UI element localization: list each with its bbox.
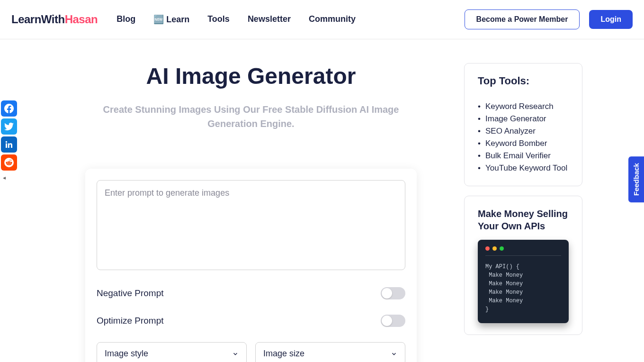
tool-link-bulk-email-verifier[interactable]: Bulk Email Verifier: [485, 150, 569, 162]
dot-yellow-icon: [492, 246, 497, 251]
image-style-label: Image style: [105, 349, 148, 359]
prompt-input[interactable]: [97, 180, 405, 270]
twitter-icon: [4, 122, 14, 131]
optimize-prompt-toggle[interactable]: [381, 315, 405, 327]
logo-part2: Hasan: [65, 13, 98, 26]
nav-learn[interactable]: 🆕 Learn: [153, 14, 189, 25]
image-size-select[interactable]: Image size: [255, 342, 405, 362]
main-container: AI Image Generator Create Stunning Image…: [0, 39, 644, 362]
twitter-share-button[interactable]: [1, 118, 17, 135]
promo-card[interactable]: Make Money Selling Your Own APIs My API(…: [464, 196, 582, 335]
feedback-tab[interactable]: Feedback: [628, 156, 644, 202]
tool-link-keyword-research[interactable]: Keyword Research: [485, 100, 569, 113]
dot-green-icon: [500, 246, 504, 251]
top-tools-list: Keyword Research Image Generator SEO Ana…: [478, 100, 569, 174]
top-tools-title: Top Tools:: [478, 75, 569, 87]
nav-tools[interactable]: Tools: [207, 14, 230, 25]
negative-prompt-label: Negative Prompt: [97, 288, 164, 299]
chevron-down-icon: [232, 351, 239, 357]
code-preview: My API() { Make Money Make Money Make Mo…: [478, 240, 569, 323]
top-tools-card: Top Tools: Keyword Research Image Genera…: [464, 63, 582, 186]
nav-blog[interactable]: Blog: [116, 14, 135, 25]
main-nav: Blog 🆕 Learn Tools Newsletter Community: [116, 14, 356, 25]
reddit-icon: [4, 158, 14, 167]
image-size-label: Image size: [263, 349, 304, 359]
header-right: Become a Power Member Login: [465, 9, 633, 29]
logo-part1: LearnWith: [11, 13, 65, 26]
page-title: AI Image Generator: [85, 63, 417, 89]
dot-red-icon: [485, 246, 490, 251]
linkedin-icon: [4, 140, 14, 149]
header-left: LearnWithHasan Blog 🆕 Learn Tools Newsle…: [11, 13, 356, 26]
facebook-icon: [4, 104, 14, 113]
tool-link-seo-analyzer[interactable]: SEO Analyzer: [485, 125, 569, 137]
nav-community[interactable]: Community: [309, 14, 356, 25]
code-text: My API() { Make Money Make Money Make Mo…: [485, 262, 561, 314]
promo-title: Make Money Selling Your Own APIs: [478, 208, 569, 232]
tool-link-youtube-keyword-tool[interactable]: YouTube Keyword Tool: [485, 162, 569, 174]
login-button[interactable]: Login: [589, 10, 633, 29]
chevron-down-icon: [391, 351, 397, 357]
content-area: AI Image Generator Create Stunning Image…: [85, 63, 417, 362]
negative-prompt-row: Negative Prompt: [97, 287, 405, 299]
image-style-select[interactable]: Image style: [97, 342, 247, 362]
become-member-button[interactable]: Become a Power Member: [465, 9, 580, 29]
tool-link-image-generator[interactable]: Image Generator: [485, 113, 569, 125]
sidebar: Top Tools: Keyword Research Image Genera…: [464, 63, 582, 362]
nav-newsletter[interactable]: Newsletter: [248, 14, 291, 25]
chevron-left-icon: ◂: [3, 174, 6, 181]
tool-card: Negative Prompt Optimize Prompt Image st…: [85, 169, 417, 362]
hide-social-button[interactable]: ◂: [1, 174, 8, 181]
facebook-share-button[interactable]: [1, 100, 17, 117]
logo[interactable]: LearnWithHasan: [11, 13, 98, 26]
code-divider: [485, 255, 561, 256]
linkedin-share-button[interactable]: [1, 136, 17, 153]
social-share-bar: ◂: [1, 100, 17, 181]
select-row: Image style Image size: [97, 342, 405, 362]
window-dots: [485, 246, 561, 251]
optimize-prompt-label: Optimize Prompt: [97, 316, 163, 326]
header: LearnWithHasan Blog 🆕 Learn Tools Newsle…: [0, 0, 644, 39]
optimize-prompt-row: Optimize Prompt: [97, 315, 405, 327]
page-subtitle: Create Stunning Images Using Our Free St…: [85, 102, 417, 131]
reddit-share-button[interactable]: [1, 154, 17, 171]
negative-prompt-toggle[interactable]: [381, 287, 405, 299]
tool-link-keyword-bomber[interactable]: Keyword Bomber: [485, 137, 569, 150]
